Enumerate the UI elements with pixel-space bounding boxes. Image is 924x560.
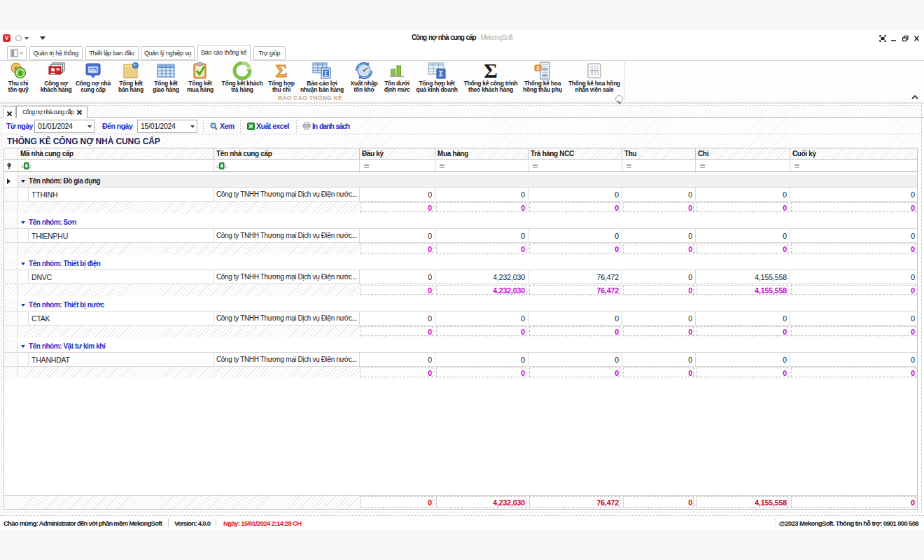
svg-text:c: c — [225, 164, 227, 169]
svg-text:a: a — [216, 164, 219, 169]
svg-text:Σ: Σ — [324, 70, 328, 77]
svg-text:a: a — [21, 164, 24, 169]
svg-text:2: 2 — [537, 66, 540, 71]
svg-text:c: c — [29, 164, 31, 169]
svg-text:Σ: Σ — [484, 60, 498, 81]
